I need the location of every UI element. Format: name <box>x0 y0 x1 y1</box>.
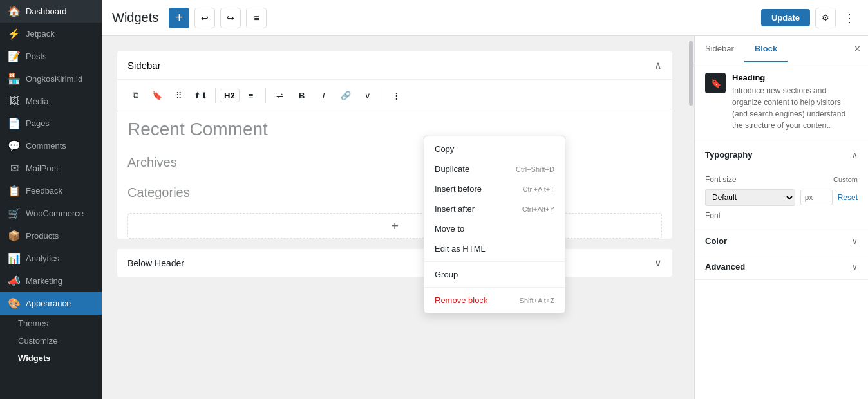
typography-content: Font size Custom Default Small Medium La… <box>695 167 868 228</box>
more-options-button[interactable]: ⋮ <box>841 8 858 28</box>
sidebar-item-label: OngkosKirim.id <box>26 74 82 84</box>
italic-icon: I <box>323 91 325 100</box>
add-block-button[interactable]: + <box>169 8 189 28</box>
align-button[interactable]: ≡ <box>241 85 261 106</box>
tab-sidebar[interactable]: Sidebar <box>695 36 744 62</box>
editor-area: Sidebar ∧ ⧉ 🔖 ⠿ ⬆⬇ <box>102 36 688 399</box>
media-icon: 🖼 <box>8 95 21 107</box>
context-menu-insert-before[interactable]: Insert before Ctrl+Alt+T <box>424 179 565 199</box>
context-menu-section-2: Group <box>424 262 565 288</box>
custom-label: Custom <box>833 176 858 183</box>
sidebar-item-comments[interactable]: 💬 Comments <box>0 135 102 157</box>
right-panel-tabs: Sidebar Block × <box>695 36 868 62</box>
redo-button[interactable]: ↪ <box>220 8 241 28</box>
block-info-text: Heading Introduce new sections and organ… <box>732 73 858 131</box>
advanced-section-header[interactable]: Advanced ∨ <box>695 254 868 279</box>
context-menu-move-to[interactable]: Move to <box>424 219 565 239</box>
sidebar-item-label: Comments <box>26 141 66 151</box>
sidebar-item-ongkoskirim[interactable]: 🏪 OngkosKirim.id <box>0 68 102 90</box>
bookmark-button[interactable]: 🔖 <box>147 85 167 106</box>
typography-section-header[interactable]: Typography ∧ <box>695 142 868 167</box>
reset-button[interactable]: Reset <box>838 193 858 202</box>
chevron-down-icon: ∨ <box>364 91 371 100</box>
sidebar-item-mailpoet[interactable]: ✉ MailPoet <box>0 157 102 180</box>
undo-button[interactable]: ↩ <box>194 8 215 28</box>
context-menu-insert-after[interactable]: Insert after Ctrl+Alt+Y <box>424 199 565 219</box>
sidebar-panel-title: Sidebar <box>127 60 161 71</box>
sidebar-item-marketing[interactable]: 📣 Marketing <box>0 270 102 292</box>
remove-block-shortcut: Shift+Alt+Z <box>520 297 554 304</box>
settings-button[interactable]: ⚙ <box>815 8 836 28</box>
font-size-custom-input[interactable] <box>800 190 833 205</box>
scrollbar-thumb[interactable] <box>689 41 693 106</box>
drag-handle-button[interactable]: ⠿ <box>169 85 189 106</box>
move-to-label: Move to <box>435 224 464 234</box>
context-menu-remove-block[interactable]: Remove block Shift+Alt+Z <box>424 290 565 310</box>
copy-block-button[interactable]: ⧉ <box>125 85 146 106</box>
block-name: Heading <box>732 73 858 82</box>
bookmark-icon: 🔖 <box>152 91 162 100</box>
add-block-area[interactable]: + <box>127 213 662 239</box>
sidebar-item-feedback[interactable]: 📋 Feedback <box>0 180 102 202</box>
insert-after-shortcut: Ctrl+Alt+Y <box>522 205 554 213</box>
move-up-down-button[interactable]: ⬆⬇ <box>191 85 211 106</box>
font-size-label: Font size <box>705 175 828 184</box>
sidebar-item-label: Analytics <box>26 254 59 263</box>
sidebar-item-posts[interactable]: 📝 Posts <box>0 45 102 68</box>
font-size-select[interactable]: Default Small Medium Large X-Large <box>705 189 795 206</box>
link-icon: 🔗 <box>341 91 351 100</box>
context-menu-copy[interactable]: Copy <box>424 139 565 159</box>
toolbar-divider-3 <box>382 88 382 103</box>
italic-button[interactable]: I <box>314 85 334 106</box>
color-section-header[interactable]: Color ∨ <box>695 228 868 254</box>
sidebar-sub-customize[interactable]: Customize <box>0 332 102 349</box>
context-menu-group[interactable]: Group <box>424 264 565 284</box>
bold-button[interactable]: B <box>292 85 312 106</box>
tab-block[interactable]: Block <box>744 36 788 62</box>
font-row: Font <box>705 211 858 220</box>
below-header-header: Below Header ∨ <box>117 249 672 277</box>
editor-scrollbar[interactable] <box>688 36 694 399</box>
block-options-button[interactable]: ⋮ <box>386 85 407 106</box>
analytics-icon: 📊 <box>8 252 21 264</box>
sidebar-widget-panel: Sidebar ∧ ⧉ 🔖 ⠿ ⬆⬇ <box>117 51 672 239</box>
sidebar-sub-widgets[interactable]: Widgets <box>0 349 102 367</box>
context-menu-duplicate[interactable]: Duplicate Ctrl+Shift+D <box>424 159 565 179</box>
sidebar-item-media[interactable]: 🖼 Media <box>0 90 102 112</box>
heading-level-button[interactable]: H2 <box>220 89 240 102</box>
font-size-row: Font size Custom <box>705 175 858 184</box>
plus-icon: + <box>175 10 183 25</box>
below-header-expand-button[interactable]: ∨ <box>654 257 662 269</box>
sidebar-collapse-button[interactable]: ∧ <box>654 59 662 71</box>
mailpoet-icon: ✉ <box>8 162 21 174</box>
list-view-button[interactable]: ≡ <box>246 8 267 28</box>
context-menu-edit-html[interactable]: Edit as HTML <box>424 239 565 259</box>
color-chevron-icon: ∨ <box>852 237 858 246</box>
topbar: Widgets + ↩ ↪ ≡ Update ⚙ ⋮ <box>102 0 868 36</box>
products-icon: 📦 <box>8 230 21 242</box>
drag-icon: ⠿ <box>176 91 182 100</box>
sidebar-sub-themes[interactable]: Themes <box>0 315 102 332</box>
toolbar-divider-2 <box>265 88 266 103</box>
link-button[interactable]: 🔗 <box>335 85 356 106</box>
bold-icon: B <box>299 91 305 100</box>
more-rich-text-button[interactable]: ∨ <box>357 85 378 106</box>
sidebar-item-appearance[interactable]: 🎨 Appearance <box>0 292 102 315</box>
sidebar-item-dashboard[interactable]: 🏠 Dashboard <box>0 0 102 23</box>
advanced-title: Advanced <box>705 262 745 272</box>
woocommerce-icon: 🛒 <box>8 207 21 219</box>
sidebar-item-pages[interactable]: 📄 Pages <box>0 112 102 135</box>
sidebar-item-woocommerce[interactable]: 🛒 WooCommerce <box>0 202 102 225</box>
update-button[interactable]: Update <box>761 9 810 26</box>
sidebar-panel-header: Sidebar ∧ <box>117 51 672 80</box>
jetpack-icon: ⚡ <box>8 28 21 40</box>
font-label: Font <box>705 211 721 220</box>
appearance-icon: 🎨 <box>8 297 21 310</box>
sidebar-item-analytics[interactable]: 📊 Analytics <box>0 247 102 270</box>
link-transform-button[interactable]: ⇌ <box>270 85 290 106</box>
right-panel-close-button[interactable]: × <box>847 38 868 60</box>
categories-block-content: Categories <box>117 178 672 208</box>
sidebar-item-products[interactable]: 📦 Products <box>0 225 102 247</box>
sidebar-item-jetpack[interactable]: ⚡ Jetpack <box>0 23 102 45</box>
categories-heading: Categories <box>127 185 662 200</box>
